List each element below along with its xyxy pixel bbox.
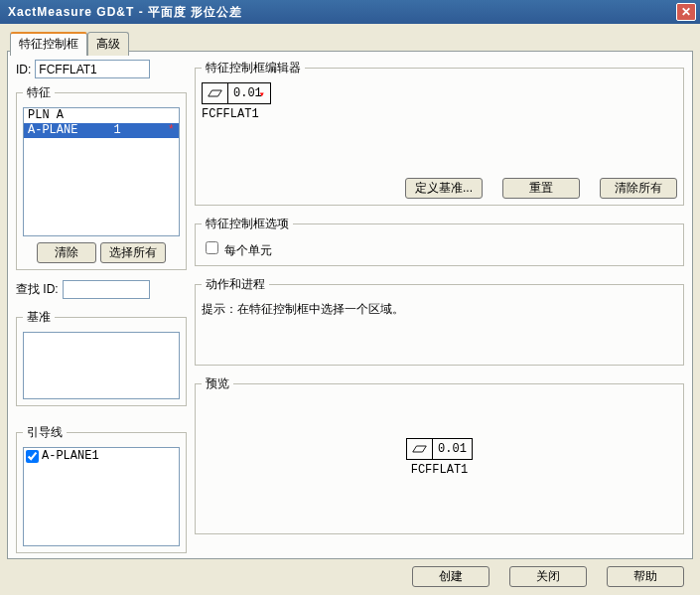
- list-item[interactable]: A-PLANE 1: [24, 123, 179, 138]
- leader-listbox[interactable]: A-PLANE 1: [23, 447, 180, 546]
- right-column: 特征控制框编辑器 0.01▾ FCFFLAT1: [195, 60, 684, 550]
- preview-area: 0.01 FCFFLAT1: [202, 398, 677, 497]
- tab-advanced[interactable]: 高级: [87, 32, 129, 56]
- define-datums-button[interactable]: 定义基准...: [405, 178, 483, 199]
- tab-panel: ID: 特征 PLN A A-PLANE 1 清除 选择所有 查找 I: [7, 51, 693, 559]
- clear-all-button[interactable]: 清除所有: [600, 178, 677, 199]
- datum-group: 基准: [16, 309, 187, 406]
- flatness-icon: [203, 83, 228, 103]
- close-icon[interactable]: ✕: [676, 3, 696, 21]
- clear-button[interactable]: 清除: [37, 242, 96, 263]
- find-id-input[interactable]: [63, 280, 150, 299]
- leader-group: 引导线 A-PLANE 1: [16, 424, 187, 553]
- tab-fcf[interactable]: 特征控制框: [10, 32, 87, 56]
- leader-legend: 引导线: [23, 424, 67, 441]
- find-id-label: 查找 ID:: [16, 281, 59, 298]
- preview-tolerance-cell: 0.01: [433, 439, 472, 459]
- select-all-button[interactable]: 选择所有: [100, 242, 166, 263]
- per-unit-checkbox[interactable]: [206, 241, 218, 254]
- leader-checkbox[interactable]: [26, 450, 39, 463]
- help-button[interactable]: 帮助: [607, 566, 684, 587]
- title-bar: XactMeasure GD&T - 平面度 形位公差 ✕: [0, 0, 700, 24]
- list-item[interactable]: A-PLANE 1: [24, 448, 179, 464]
- preview-id-label: FCFFLAT1: [406, 463, 473, 477]
- dialog-buttons: 创建 关闭 帮助: [412, 566, 684, 587]
- dialog-window: XactMeasure GD&T - 平面度 形位公差 ✕ 特征控制框 高级 I…: [0, 0, 700, 595]
- preview-fcf-frame: 0.01: [406, 438, 473, 460]
- window-title: XactMeasure GD&T - 平面度 形位公差: [4, 4, 676, 21]
- fcf-editor-legend: 特征控制框编辑器: [202, 60, 305, 76]
- list-item[interactable]: PLN A: [24, 108, 179, 123]
- preview-legend: 预览: [202, 375, 233, 392]
- left-column: ID: 特征 PLN A A-PLANE 1 清除 选择所有 查找 I: [16, 60, 187, 550]
- fcf-editor-group: 特征控制框编辑器 0.01▾ FCFFLAT1: [195, 60, 684, 206]
- preview-group: 预览 0.01 FCFFLAT1: [195, 375, 684, 534]
- action-legend: 动作和进程: [202, 276, 269, 293]
- create-button[interactable]: 创建: [412, 566, 490, 587]
- fcf-frame[interactable]: 0.01▾: [202, 82, 271, 104]
- fcf-tolerance-cell[interactable]: 0.01▾: [228, 83, 270, 103]
- action-hint: 提示：在特征控制框中选择一个区域。: [202, 301, 677, 318]
- per-unit-option[interactable]: 每个单元: [202, 243, 272, 257]
- id-label: ID:: [16, 63, 31, 76]
- fcf-options-legend: 特征控制框选项: [202, 216, 293, 232]
- flatness-icon: [407, 439, 433, 459]
- fcf-id-label: FCFFLAT1: [202, 107, 271, 121]
- datum-listbox[interactable]: [23, 332, 180, 399]
- reset-button[interactable]: 重置: [502, 178, 580, 199]
- close-button[interactable]: 关闭: [509, 566, 587, 587]
- fcf-options-group: 特征控制框选项 每个单元: [195, 216, 684, 266]
- features-listbox[interactable]: PLN A A-PLANE 1: [23, 107, 180, 236]
- tab-strip: 特征控制框 高级: [0, 24, 700, 56]
- client-area: 特征控制框 高级 ID: 特征 PLN A A-PLANE 1 清除: [0, 24, 700, 595]
- action-group: 动作和进程 提示：在特征控制框中选择一个区域。: [195, 276, 684, 366]
- features-legend: 特征: [23, 84, 55, 101]
- datum-legend: 基准: [23, 309, 55, 326]
- features-group: 特征 PLN A A-PLANE 1 清除 选择所有: [16, 84, 187, 270]
- id-input[interactable]: [35, 60, 150, 78]
